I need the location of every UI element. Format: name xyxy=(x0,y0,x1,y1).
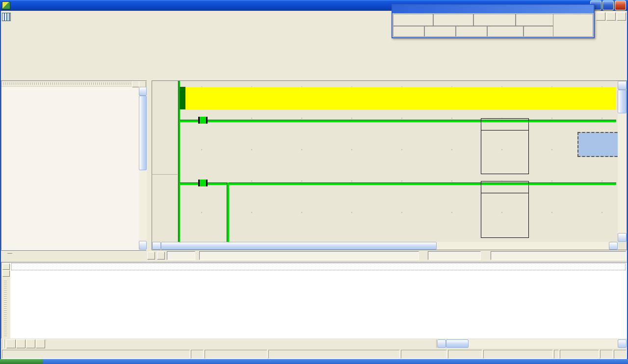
rung-1-power-line xyxy=(180,182,616,185)
status-sync xyxy=(448,350,482,359)
symbol-bar-close-button[interactable] xyxy=(147,252,155,260)
output-hscrollbar[interactable] xyxy=(436,339,627,348)
workspace-splitter[interactable] xyxy=(147,80,152,250)
tab-scroll-first-button[interactable] xyxy=(6,339,16,348)
output-content[interactable] xyxy=(10,262,627,339)
workspace-tab-strip xyxy=(1,250,146,261)
output-tab-row xyxy=(1,338,627,349)
rung-1-contact[interactable] xyxy=(198,180,208,186)
name-field[interactable] xyxy=(199,251,419,260)
palette-diff-none xyxy=(473,14,516,26)
tab-project[interactable] xyxy=(4,251,16,254)
tree-scroll-thumb[interactable] xyxy=(139,96,147,170)
child-window-icon xyxy=(2,13,11,21)
workspace-drag-grip[interactable] xyxy=(2,82,132,85)
palette-title[interactable] xyxy=(392,5,594,13)
ladder-scroll-left-button[interactable] xyxy=(152,242,161,250)
ladder-vscroll-thumb[interactable] xyxy=(618,90,627,113)
output-hscroll-thumb[interactable] xyxy=(446,339,469,348)
rung-0-mov-mnemonic xyxy=(481,119,528,130)
address-field[interactable] xyxy=(428,251,481,260)
comment-field[interactable] xyxy=(491,251,626,260)
rung-separator xyxy=(152,174,178,175)
status-plc-mode xyxy=(268,350,400,359)
palette-diff-down xyxy=(433,14,473,26)
ladder-editor-window xyxy=(152,80,627,250)
palette-next-in-out xyxy=(456,26,487,37)
toolbar-views xyxy=(1,53,627,69)
rung-0-mov-instruction[interactable] xyxy=(481,118,529,174)
output-focus-row xyxy=(11,263,626,270)
status-spacer-5 xyxy=(614,350,627,359)
output-side-strip xyxy=(1,262,11,339)
status-spacer-2 xyxy=(205,350,267,359)
rung-1-mov-mnemonic xyxy=(481,182,528,193)
tree-scroll-up-button[interactable] xyxy=(139,87,147,96)
tab-scroll-next-button[interactable] xyxy=(26,339,35,348)
window-frame-left xyxy=(0,11,1,359)
rung-1-mov-instruction[interactable] xyxy=(481,181,529,238)
output-expand-button[interactable] xyxy=(2,270,10,277)
status-help xyxy=(2,350,190,359)
project-workspace xyxy=(1,80,147,250)
ladder-vscrollbar[interactable] xyxy=(618,81,627,242)
ladder-canvas[interactable] xyxy=(152,81,618,242)
tab-scroll-last-button[interactable] xyxy=(36,339,45,348)
app-icon xyxy=(2,1,10,9)
rung-0-contact[interactable] xyxy=(198,117,208,124)
status-spacer-3 xyxy=(554,350,559,359)
rung-comment-block[interactable] xyxy=(180,87,616,109)
main-area xyxy=(1,80,627,250)
windows-taskbar[interactable] xyxy=(0,359,628,364)
ladder-scroll-up-button[interactable] xyxy=(618,81,627,90)
mdi-close-button[interactable] xyxy=(617,12,626,21)
palette-diff-up xyxy=(393,14,433,26)
toolbar-diagram xyxy=(1,38,627,54)
output-scroll-left-button[interactable] xyxy=(437,339,446,348)
tab-scroll-prev-button[interactable] xyxy=(16,339,26,348)
tree-scroll-down-button[interactable] xyxy=(139,241,147,250)
output-window xyxy=(1,262,627,339)
rung-0-power-line xyxy=(180,120,616,122)
mdi-restore-button[interactable] xyxy=(606,12,616,21)
start-button[interactable] xyxy=(0,359,43,364)
ladder-hscrollbar[interactable] xyxy=(152,242,618,250)
status-spacer-4 xyxy=(600,350,613,359)
status-scan-time xyxy=(401,350,447,359)
cx-programmer-information-palette[interactable] xyxy=(392,4,595,38)
project-tree xyxy=(1,87,139,250)
cx-programmer-window xyxy=(0,0,628,364)
output-close-button[interactable] xyxy=(2,263,10,270)
restore-button[interactable] xyxy=(602,0,614,10)
lower-band xyxy=(1,250,627,261)
status-cursor-position xyxy=(483,350,553,359)
symbol-bar-left-button[interactable] xyxy=(157,252,165,260)
comment-block-bar xyxy=(180,87,185,109)
close-button[interactable] xyxy=(615,0,626,10)
selection-marquee xyxy=(577,132,618,157)
output-scroll-right-button[interactable] xyxy=(618,339,627,348)
status-bar xyxy=(1,349,627,359)
ladder-scroll-down-button[interactable] xyxy=(618,233,627,242)
palette-information-show-hide xyxy=(553,14,593,37)
toolbar-format xyxy=(1,69,627,81)
tab-row-grip xyxy=(2,339,4,348)
output-drag-grip[interactable] xyxy=(4,280,7,337)
palette-commented-rung xyxy=(487,26,523,37)
symbol-type-box xyxy=(167,251,195,260)
mdi-minimize-button[interactable] xyxy=(596,12,605,21)
rung-1-branch-line xyxy=(227,182,229,242)
workspace-header xyxy=(1,81,147,87)
rung-margin xyxy=(152,81,178,242)
status-input-mode xyxy=(560,350,599,359)
palette-immediate-ref xyxy=(516,14,558,26)
palette-body xyxy=(393,14,593,37)
palette-find-previous xyxy=(424,26,456,37)
ladder-scroll-right-button[interactable] xyxy=(609,242,618,250)
symbol-bar xyxy=(147,250,627,261)
tree-scrollbar[interactable] xyxy=(139,87,147,250)
ladder-hscroll-thumb[interactable] xyxy=(161,242,437,250)
palette-find-next xyxy=(393,26,424,37)
mdi-buttons xyxy=(595,12,626,21)
status-spacer-1 xyxy=(191,350,204,359)
